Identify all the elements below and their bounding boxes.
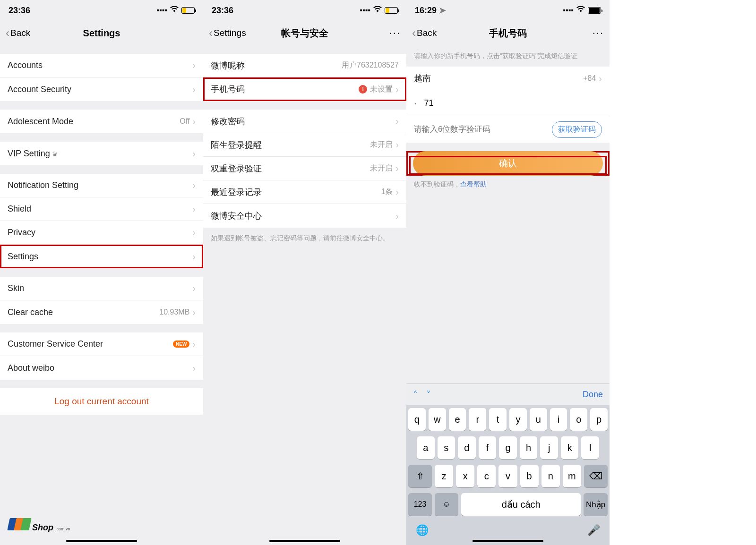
footer-hint: 如果遇到帐号被盗、忘记密码等问题，请前往微博安全中心。 [203,228,406,249]
row-label: 微博昵称 [211,60,245,71]
key-d[interactable]: d [458,436,476,459]
row-recent-login[interactable]: 最近登录记录 1条› [203,180,406,204]
fpt-shop-logo: Shop .com.vn [9,518,70,533]
key-y[interactable]: y [509,408,527,431]
row-adolescent-mode[interactable]: Adolescent Mode Off› [0,110,203,133]
row-label: 手机号码 [211,84,245,95]
more-button[interactable]: ··· [389,27,401,39]
key-c[interactable]: c [477,465,496,487]
key-z[interactable]: z [435,465,453,487]
row-country[interactable]: 越南 +84› [406,67,610,90]
row-accounts[interactable]: Accounts › [0,54,203,77]
row-change-password[interactable]: 修改密码 › [203,110,406,133]
shift-key[interactable]: ⇧ [408,465,432,487]
key-k[interactable]: k [561,436,579,459]
row-label: Shield [8,204,31,214]
key-t[interactable]: t [489,408,507,431]
logo-subtext: .com.vn [55,527,70,531]
row-value: 未设置 [370,85,393,94]
key-e[interactable]: e [449,408,466,431]
row-shield[interactable]: Shield › [0,197,203,221]
status-icons: ▪▪▪▪ [156,6,195,15]
row-vip-setting[interactable]: VIP Setting♛ › [0,142,203,165]
row-clear-cache[interactable]: Clear cache 10.93MB› [0,300,203,324]
key-p[interactable]: p [590,408,608,431]
row-label: 双重登录验证 [211,163,262,174]
get-code-button[interactable]: 获取验证码 [552,121,602,138]
emoji-key[interactable]: ☺ [435,493,458,516]
key-q[interactable]: q [408,408,426,431]
key-h[interactable]: h [520,436,538,459]
row-weibo-nickname[interactable]: 微博昵称 用户7632108527 [203,54,406,77]
row-label: Clear cache [8,307,53,317]
enter-key[interactable]: Nhập [584,493,608,516]
help-prefix: 收不到验证码， [414,180,460,188]
status-bar: 16:29 ➤ ▪▪▪▪ [406,0,610,21]
key-l[interactable]: l [581,436,599,459]
row-phone-number[interactable]: 手机号码 ! 未设置 › [203,77,406,101]
kbd-done-button[interactable]: Done [583,390,603,400]
screen-settings: 23:36 ▪▪▪▪ ‹ Back Settings Accounts › Ac… [0,0,203,545]
row-security-center[interactable]: 微博安全中心 › [203,204,406,228]
key-u[interactable]: u [530,408,547,431]
help-link[interactable]: 查看帮助 [460,180,487,188]
row-label: About weibo [8,363,54,373]
screen-account-security: 23:36 ▪▪▪▪ ‹ Settings 帐号与安全 ··· 微博昵称 用户7… [203,0,406,545]
key-j[interactable]: j [540,436,558,459]
key-s[interactable]: s [438,436,455,459]
row-value: Off [180,117,189,126]
key-v[interactable]: v [498,465,517,487]
row-value: 用户7632108527 [342,60,399,70]
row-label: 越南 [414,73,431,84]
chevron-right-icon: › [192,339,196,349]
row-about-weibo[interactable]: About weibo › [0,356,203,380]
backspace-key[interactable]: ⌫ [584,465,608,487]
key-a[interactable]: a [417,436,435,459]
row-account-security[interactable]: Account Security › [0,77,203,101]
key-o[interactable]: o [570,408,587,431]
row-customer-service[interactable]: Customer Service Center NEW› [0,332,203,356]
key-g[interactable]: g [499,436,517,459]
key-b[interactable]: b [520,465,539,487]
chevron-left-icon: ‹ [412,27,416,39]
code-input[interactable] [414,125,552,134]
signal-icon: ▪▪▪▪ [563,6,574,15]
globe-icon[interactable]: 🌐 [416,524,429,536]
logout-button[interactable]: Log out current account [0,388,203,415]
row-settings[interactable]: Settings › [0,245,203,268]
row-login-alert[interactable]: 陌生登录提醒 未开启› [203,133,406,157]
kbd-prev-icon[interactable]: ˄ [413,389,418,400]
key-w[interactable]: w [429,408,446,431]
verification-code-row: 获取验证码 [406,116,610,143]
nav-back-button[interactable]: ‹ Back [412,27,437,39]
more-button[interactable]: ··· [593,27,604,39]
key-r[interactable]: r [469,408,486,431]
status-icons: ▪▪▪▪ [360,6,398,15]
row-label: Customer Service Center [8,339,103,349]
key-m[interactable]: m [563,465,581,487]
keyboard-toolbar: ˄ ˅ Done [406,383,610,405]
nav-back-button[interactable]: ‹ Back [6,27,30,39]
nav-back-button[interactable]: ‹ Settings [209,27,246,39]
numeric-key[interactable]: 123 [408,493,432,516]
mic-icon[interactable]: 🎤 [587,524,600,536]
space-key[interactable]: dấu cách [461,493,581,516]
key-f[interactable]: f [479,436,497,459]
confirm-button[interactable]: 确认 [413,151,603,176]
signal-icon: ▪▪▪▪ [156,6,167,15]
chevron-right-icon: › [192,307,196,318]
key-i[interactable]: i [550,408,567,431]
row-label: VIP Setting♛ [8,149,58,159]
row-privacy[interactable]: Privacy › [0,221,203,245]
row-two-factor[interactable]: 双重登录验证 未开启› [203,157,406,180]
status-bar: 23:36 ▪▪▪▪ [203,0,406,21]
wifi-icon [576,6,585,15]
chevron-right-icon: › [192,251,196,262]
kbd-next-icon[interactable]: ˅ [426,389,431,400]
chevron-right-icon: › [192,116,196,127]
phone-input-row[interactable]: · 71 [406,90,610,116]
row-skin[interactable]: Skin › [0,277,203,300]
key-n[interactable]: n [541,465,560,487]
row-notification[interactable]: Notification Setting › [0,174,203,197]
key-x[interactable]: x [456,465,474,487]
